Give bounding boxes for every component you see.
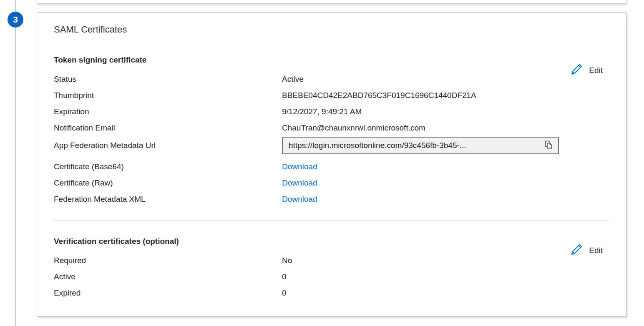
certificate-raw-row: Certificate (Raw) Download — [54, 175, 609, 191]
row-value: 0 — [282, 268, 287, 285]
token-signing-certificate-section: Token signing certificate Edit Status Ac… — [54, 55, 609, 207]
edit-token-signing-button[interactable]: Edit — [570, 63, 603, 78]
expiration-row: Expiration 9/12/2027, 9:49:21 AM — [54, 103, 609, 120]
active-count-row: Active 0 — [54, 268, 609, 285]
notification-email-row: Notification Email ChauTran@chaunxnrwl.o… — [54, 120, 609, 136]
row-label: Notification Email — [54, 120, 282, 136]
verification-certificates-heading: Verification certificates (optional) — [54, 236, 609, 246]
edit-pencil-icon — [570, 243, 584, 258]
required-row: Required No — [54, 252, 609, 268]
federation-metadata-xml-row: Federation Metadata XML Download — [54, 191, 609, 207]
row-value: No — [282, 252, 292, 268]
row-value: 9/12/2027, 9:49:21 AM — [282, 103, 362, 120]
row-label: Status — [54, 71, 282, 87]
edit-button-label: Edit — [589, 246, 603, 255]
download-federation-metadata-xml-link[interactable]: Download — [282, 191, 317, 207]
row-label: Active — [54, 268, 282, 285]
token-signing-heading: Token signing certificate — [54, 55, 609, 65]
download-certificate-base64-link[interactable]: Download — [282, 158, 317, 175]
verification-certificates-section: Verification certificates (optional) Edi… — [54, 236, 609, 301]
edit-pencil-icon — [570, 63, 584, 78]
certificate-base64-row: Certificate (Base64) Download — [54, 158, 609, 175]
copy-icon — [544, 140, 553, 151]
row-value: ChauTran@chaunxnrwl.onmicrosoft.com — [282, 120, 425, 136]
step-connector-line — [15, 0, 16, 326]
metadata-url-text: https://login.microsoftonline.com/93c456… — [289, 141, 541, 150]
download-certificate-raw-link[interactable]: Download — [282, 175, 317, 191]
step-3-badge: 3 — [8, 12, 23, 28]
app-federation-metadata-url-row: App Federation Metadata Url https://logi… — [54, 136, 609, 155]
status-row: Status Active — [54, 71, 609, 87]
previous-card-bottom-edge — [37, 0, 626, 4]
row-value: BBEBE04CD42E2ABD765C3F019C1696C1440DF21A — [282, 87, 476, 103]
card-title: SAML Certificates — [54, 24, 609, 35]
saml-sso-configuration-screen: 3 SAML Certificates Token signing certif… — [0, 0, 644, 326]
section-divider — [54, 221, 609, 221]
app-federation-metadata-url-field[interactable]: https://login.microsoftonline.com/93c456… — [282, 137, 559, 154]
expired-count-row: Expired 0 — [54, 285, 609, 301]
row-label: App Federation Metadata Url — [54, 141, 282, 150]
row-label: Expiration — [54, 103, 282, 120]
thumbprint-row: Thumbprint BBEBE04CD42E2ABD765C3F019C169… — [54, 87, 609, 103]
row-label: Certificate (Base64) — [54, 158, 282, 175]
row-label: Required — [54, 252, 282, 268]
saml-certificates-card: SAML Certificates Token signing certific… — [37, 13, 626, 317]
row-value: 0 — [282, 285, 287, 301]
row-label: Certificate (Raw) — [54, 175, 282, 191]
edit-verification-certificates-button[interactable]: Edit — [570, 243, 603, 258]
row-label: Expired — [54, 285, 282, 301]
row-label: Federation Metadata XML — [54, 191, 282, 207]
row-value: Active — [282, 71, 304, 87]
step-number: 3 — [13, 15, 18, 25]
download-links-group: Certificate (Base64) Download Certificat… — [54, 158, 609, 207]
edit-button-label: Edit — [589, 66, 603, 75]
copy-url-button[interactable] — [541, 139, 554, 152]
row-label: Thumbprint — [54, 87, 282, 103]
